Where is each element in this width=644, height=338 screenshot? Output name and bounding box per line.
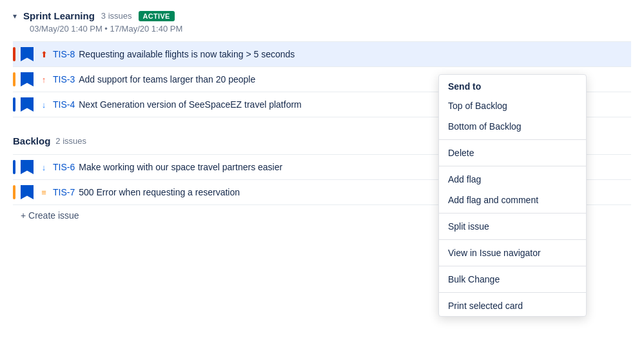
- backlog-count: 2 issues: [55, 136, 86, 146]
- main-container: ▾ Sprint Learning 3 issues ACTIVE 03/May…: [0, 0, 644, 338]
- bookmark-icon: [21, 97, 34, 112]
- issue-key[interactable]: TIS-3: [53, 74, 75, 84]
- bookmark-icon: [21, 72, 34, 86]
- active-badge: ACTIVE: [139, 11, 175, 21]
- context-menu-divider-5: [439, 266, 586, 266]
- sprint-dates: 03/May/20 1:40 PM • 17/May/20 1:40 PM: [30, 24, 631, 34]
- context-menu-item-add-flag[interactable]: Add flag: [439, 169, 586, 190]
- issue-key[interactable]: TIS-4: [53, 99, 75, 110]
- context-menu-send-to-label: Send to: [439, 75, 586, 95]
- sprint-title: Sprint Learning: [23, 10, 95, 21]
- priority-low-icon: ↓: [39, 99, 49, 110]
- create-issue-label: + Create issue: [21, 210, 79, 221]
- context-menu-divider-4: [439, 239, 586, 240]
- bookmark-icon: [21, 160, 34, 174]
- context-menu-item-print-card[interactable]: Print selected card: [439, 295, 586, 316]
- sprint-header: ▾ Sprint Learning 3 issues ACTIVE: [13, 10, 631, 21]
- priority-border-yellow: [13, 185, 15, 199]
- bookmark-icon: [21, 47, 34, 61]
- issue-summary: Next Generation version of SeeSpaceEZ tr…: [79, 99, 302, 110]
- context-menu-divider-3: [439, 213, 586, 214]
- context-menu-item-delete[interactable]: Delete: [439, 143, 586, 163]
- priority-medium-icon: ≡: [39, 187, 49, 197]
- context-menu-divider-2: [439, 166, 586, 166]
- priority-low-icon: ↓: [39, 162, 49, 172]
- issue-key[interactable]: TIS-8: [53, 49, 75, 59]
- bookmark-icon: [21, 185, 34, 199]
- priority-border-red: [13, 47, 15, 61]
- backlog-title: Backlog: [13, 135, 50, 146]
- issue-key[interactable]: TIS-7: [53, 187, 75, 197]
- priority-border-blue: [13, 160, 15, 174]
- context-menu-item-bulk-change[interactable]: Bulk Change: [439, 269, 586, 290]
- context-menu-item-top-of-backlog[interactable]: Top of Backlog: [439, 95, 586, 116]
- sprint-issues-count: 3 issues: [101, 11, 132, 21]
- context-menu-item-bottom-of-backlog[interactable]: Bottom of Backlog: [439, 116, 586, 137]
- context-menu-item-view-navigator[interactable]: View in Issue navigator: [439, 243, 586, 263]
- issue-summary: 500 Error when requesting a reservation: [79, 187, 240, 197]
- table-row[interactable]: ⬆ TIS-8 Requesting available flights is …: [13, 41, 631, 66]
- priority-highest-icon: ⬆: [39, 49, 49, 59]
- priority-border-blue: [13, 97, 15, 112]
- sprint-chevron-icon[interactable]: ▾: [13, 12, 17, 21]
- issue-key[interactable]: TIS-6: [53, 162, 75, 172]
- context-menu-item-add-flag-comment[interactable]: Add flag and comment: [439, 190, 586, 210]
- issue-summary: Make working with our space travel partn…: [79, 162, 282, 172]
- context-menu: Send to Top of Backlog Bottom of Backlog…: [438, 74, 587, 317]
- context-menu-item-split-issue[interactable]: Split issue: [439, 216, 586, 237]
- priority-high-icon: ↑: [39, 74, 49, 84]
- issue-summary: Requesting available flights is now taki…: [79, 49, 295, 59]
- priority-border-yellow: [13, 72, 15, 86]
- context-menu-divider-1: [439, 139, 586, 140]
- issue-summary: Add support for teams larger than 20 peo…: [79, 74, 255, 84]
- context-menu-divider-6: [439, 292, 586, 293]
